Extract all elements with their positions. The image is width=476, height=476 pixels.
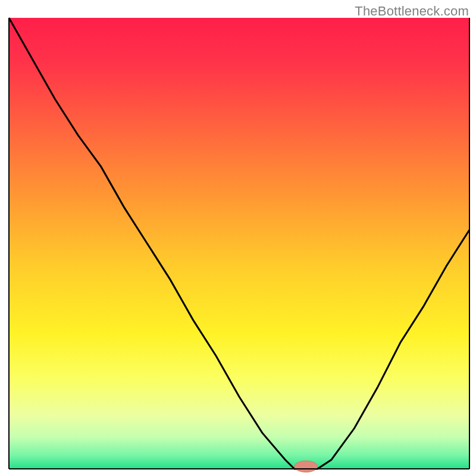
- chart-background: [9, 18, 469, 469]
- chart-container: TheBottleneck.com: [0, 0, 476, 476]
- bottleneck-chart: [0, 0, 476, 476]
- optimal-marker: [295, 461, 318, 472]
